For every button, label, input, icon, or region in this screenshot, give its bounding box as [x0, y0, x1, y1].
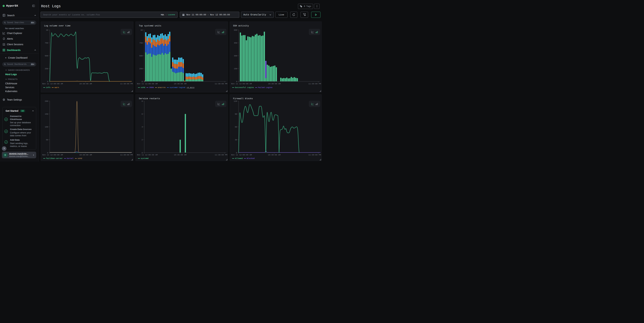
- svg-text:8: 8: [142, 100, 143, 102]
- svg-text:60: 60: [235, 126, 237, 128]
- svg-text:1K: 1K: [140, 29, 143, 31]
- svg-text:750: 750: [45, 42, 48, 44]
- svg-text:11:30:00 PM: 11:30:00 PM: [214, 154, 227, 156]
- svg-text:0: 0: [142, 152, 143, 154]
- svg-text:90: 90: [235, 113, 237, 115]
- svg-text:Nov 11 12:00:00 AM: Nov 11 12:00:00 AM: [42, 154, 63, 156]
- svg-text:10:30:00 AM: 10:30:00 AM: [79, 83, 92, 85]
- svg-text:Nov 11 12:00:00 AM: Nov 11 12:00:00 AM: [137, 154, 158, 156]
- svg-text:0: 0: [47, 152, 48, 154]
- svg-text:10:30:00 AM: 10:30:00 AM: [174, 154, 186, 156]
- svg-text:500: 500: [45, 55, 48, 57]
- svg-text:11:30:00 PM: 11:30:00 PM: [214, 83, 227, 85]
- svg-text:6: 6: [142, 113, 143, 115]
- svg-text:300: 300: [234, 55, 238, 57]
- svg-text:4: 4: [142, 126, 143, 128]
- svg-text:10:30:00 AM: 10:30:00 AM: [79, 154, 92, 156]
- svg-text:10:30:00 AM: 10:30:00 AM: [174, 83, 186, 85]
- svg-text:750: 750: [139, 42, 143, 44]
- svg-text:450: 450: [234, 42, 238, 44]
- svg-text:0: 0: [47, 81, 48, 83]
- svg-text:10:30:00 AM: 10:30:00 AM: [268, 154, 280, 156]
- svg-text:11:30:00 PM: 11:30:00 PM: [308, 83, 321, 85]
- svg-text:250: 250: [45, 68, 48, 70]
- svg-text:500: 500: [139, 55, 143, 57]
- svg-text:30: 30: [235, 139, 237, 141]
- svg-text:11:30:00 PM: 11:30:00 PM: [120, 83, 133, 85]
- svg-text:1K: 1K: [46, 29, 48, 31]
- svg-text:11:30:00 PM: 11:30:00 PM: [308, 154, 321, 156]
- svg-text:200: 200: [45, 100, 48, 102]
- svg-text:Nov 11 12:00:00 AM: Nov 11 12:00:00 AM: [42, 83, 63, 85]
- svg-text:100: 100: [45, 126, 48, 128]
- svg-text:Nov 11 12:00:00 AM: Nov 11 12:00:00 AM: [231, 154, 252, 156]
- svg-text:600: 600: [234, 29, 238, 31]
- svg-text:250: 250: [139, 68, 143, 70]
- svg-text:150: 150: [234, 68, 238, 70]
- svg-text:Nov 11 12:00:00 AM: Nov 11 12:00:00 AM: [231, 83, 252, 85]
- svg-text:0: 0: [236, 81, 237, 83]
- svg-text:0: 0: [142, 81, 143, 83]
- svg-text:150: 150: [45, 113, 48, 115]
- svg-text:10:30:00 AM: 10:30:00 AM: [268, 83, 281, 85]
- svg-text:2: 2: [142, 139, 143, 141]
- svg-text:11:30:00 PM: 11:30:00 PM: [120, 154, 133, 156]
- svg-text:50: 50: [46, 139, 48, 141]
- svg-text:Nov 11 12:00:00 AM: Nov 11 12:00:00 AM: [137, 83, 158, 85]
- svg-text:120: 120: [234, 100, 237, 102]
- svg-text:0: 0: [236, 152, 237, 154]
